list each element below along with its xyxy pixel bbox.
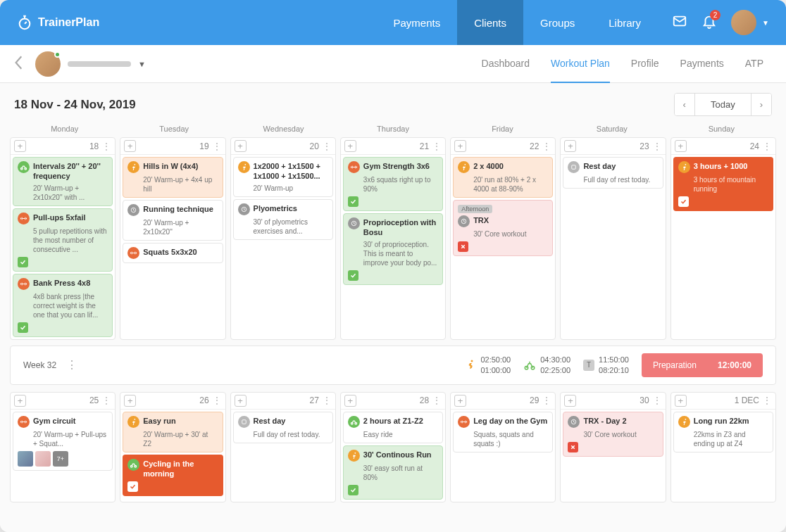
add-workout-button[interactable]: + [344, 140, 356, 152]
topnav-payments[interactable]: Payments [376, 0, 457, 45]
date-range: 18 Nov - 24 Nov, 2019 [14, 98, 136, 112]
day-header: +27⋮ [231, 393, 335, 410]
notifications-button[interactable]: 2 [701, 13, 717, 32]
client-avatar[interactable] [35, 51, 61, 77]
run-icon [463, 359, 476, 372]
workout-card[interactable]: Hills in W (4x4)20' Warm-up + 4x4 up hil… [123, 157, 223, 198]
status-check-icon [348, 270, 358, 281]
add-workout-button[interactable]: + [235, 395, 247, 407]
tab-profile[interactable]: Profile [631, 45, 659, 83]
workout-card[interactable]: Rest dayFull day of rest today. [563, 157, 663, 189]
add-workout-button[interactable]: + [675, 140, 687, 152]
workout-card[interactable]: 3 hours + 10003 hours of mountain runnin… [673, 157, 773, 211]
svg-point-47 [354, 452, 356, 454]
add-workout-button[interactable]: + [454, 140, 466, 152]
day-header: +20⋮ [231, 138, 335, 155]
week-menu[interactable]: ⋮ [66, 358, 77, 372]
day-menu[interactable]: ⋮ [652, 395, 662, 406]
day-number: 27 [309, 395, 318, 405]
day-cell: +30⋮TRX - Day 230' Core workout [560, 392, 666, 502]
workout-card[interactable]: 2 x 400020' run at 80% + 2 x 4000 at 88-… [453, 157, 553, 198]
workout-card[interactable]: Squats 5x3x20 [123, 243, 223, 263]
workout-card[interactable]: 30' Continous Run30' easy soft run at 80… [343, 445, 443, 500]
add-workout-button[interactable]: + [344, 395, 356, 407]
add-workout-button[interactable]: + [14, 140, 26, 152]
topnav-library[interactable]: Library [592, 0, 658, 45]
status-check-icon [348, 485, 358, 495]
workout-card[interactable]: 1x2000 + 1x1500 + 1x1000 + 1x1500...20' … [233, 157, 333, 197]
workout-card[interactable]: Long run 22km22kms in Z3 and ending up a… [673, 412, 773, 452]
day-menu[interactable]: ⋮ [762, 395, 772, 406]
workout-card[interactable]: 2 hours at Z1-Z2Easy ride [343, 412, 443, 443]
preparation-pill[interactable]: Preparation 12:00:00 [642, 353, 763, 377]
today-button[interactable]: Today [694, 94, 751, 115]
tab-workout-plan[interactable]: Workout Plan [551, 45, 610, 83]
svg-rect-7 [25, 217, 25, 220]
workout-card[interactable]: Leg day on the GymSquats, squats and squ… [453, 412, 553, 452]
day-menu[interactable]: ⋮ [212, 141, 222, 152]
notification-badge: 2 [710, 10, 720, 20]
day-menu[interactable]: ⋮ [322, 395, 332, 406]
svg-point-21 [244, 164, 246, 165]
weekday-label: Wednesday [229, 125, 338, 133]
add-workout-button[interactable]: + [675, 395, 687, 407]
more-thumbs[interactable]: 7+ [53, 451, 68, 467]
add-workout-button[interactable]: + [454, 395, 466, 407]
prep-label: Preparation [653, 360, 697, 370]
strength-icon [18, 416, 30, 428]
card-title: Cycling in the morning [143, 459, 218, 479]
day-menu[interactable]: ⋮ [432, 395, 442, 406]
next-week-button[interactable]: › [751, 94, 771, 115]
workout-card[interactable]: Intervals 20'' + 20'' frequency20' Warm-… [13, 157, 113, 206]
workout-card[interactable]: Plyometrics30' of plyometrics exercises … [233, 199, 333, 240]
workout-card[interactable]: Pull-ups 5xfail5 pullup repetitions with… [13, 208, 113, 272]
back-button[interactable] [8, 49, 30, 79]
workout-card[interactable]: TRX - Day 230' Core workout [563, 412, 663, 457]
add-workout-button[interactable]: + [235, 140, 247, 152]
workout-card[interactable]: Cycling in the morning [123, 455, 223, 497]
prep-time: 12:00:00 [718, 360, 751, 370]
tab-dashboard[interactable]: Dashboard [482, 45, 530, 83]
workout-card[interactable]: Gym circuit20' Warm-up + Pull-ups + Squa… [13, 412, 113, 471]
add-workout-button[interactable]: + [124, 140, 136, 152]
workout-card[interactable]: Easy run20' Warm-up + 30' at Z2 [123, 412, 223, 452]
run-icon [127, 416, 139, 428]
add-workout-button[interactable]: + [124, 395, 136, 407]
day-menu[interactable]: ⋮ [322, 141, 332, 152]
workout-card[interactable]: Running technique20' Warm-up + 2x10x20'' [123, 200, 223, 241]
workout-card[interactable]: AfternoonTRX30' Core workout [453, 200, 553, 256]
prev-week-button[interactable]: ‹ [675, 94, 694, 115]
day-menu[interactable]: ⋮ [432, 141, 442, 152]
workout-card[interactable]: Gym Strength 3x63x6 squats right up to 9… [343, 157, 443, 211]
day-menu[interactable]: ⋮ [101, 395, 111, 406]
card-description: 30' Core workout [473, 229, 548, 239]
svg-rect-38 [22, 420, 23, 423]
client-dropdown[interactable]: ▼ [138, 60, 146, 68]
inbox-button[interactable] [672, 13, 687, 32]
day-menu[interactable]: ⋮ [542, 395, 551, 406]
card-description: 30' easy soft run at 80% [363, 464, 438, 482]
add-workout-button[interactable]: + [564, 140, 576, 152]
topnav-clients[interactable]: Clients [457, 0, 523, 45]
day-header: +19⋮ [120, 138, 225, 155]
add-workout-button[interactable]: + [564, 395, 576, 407]
user-menu[interactable]: ▼ [731, 10, 769, 35]
exercise-thumb[interactable] [35, 451, 51, 467]
add-workout-button[interactable]: + [14, 395, 26, 407]
tab-atp[interactable]: ATP [745, 45, 763, 83]
topnav-groups[interactable]: Groups [523, 0, 592, 45]
day-menu[interactable]: ⋮ [101, 141, 111, 152]
day-menu[interactable]: ⋮ [542, 141, 551, 152]
exercise-thumb[interactable] [18, 451, 33, 467]
workout-card[interactable]: Bank Press 4x84x8 bank press |the correc… [13, 274, 113, 337]
day-menu[interactable]: ⋮ [652, 141, 662, 152]
workout-card[interactable]: Rest dayFull day of rest today. [233, 412, 333, 443]
card-title: Proprioception with Bosu [363, 217, 438, 238]
logo[interactable]: TrainerPlan [17, 15, 99, 30]
svg-rect-17 [136, 253, 137, 254]
tab-payments[interactable]: Payments [680, 45, 724, 83]
day-menu[interactable]: ⋮ [212, 395, 222, 406]
workout-card[interactable]: Proprioception with Bosu30' of proprioce… [343, 213, 443, 285]
day-menu[interactable]: ⋮ [762, 141, 772, 152]
card-title: Gym circuit [33, 416, 76, 426]
